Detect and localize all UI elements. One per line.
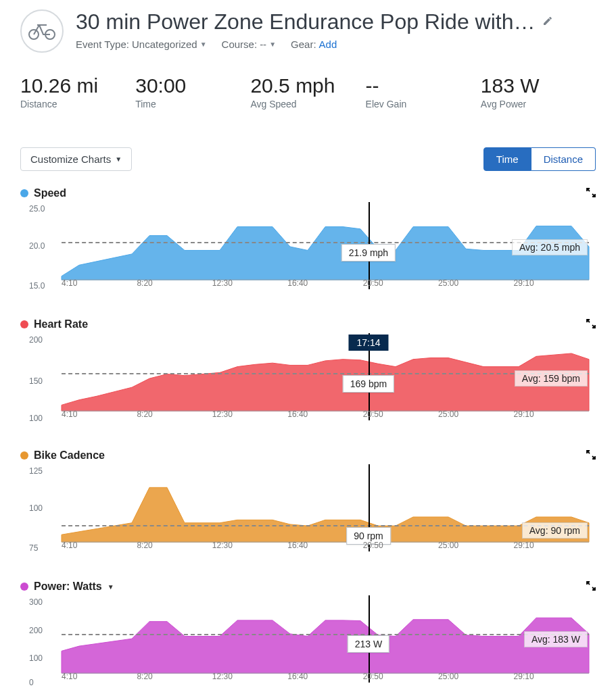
avg-badge: Avg: 159 bpm	[515, 370, 588, 387]
chart-plot[interactable]: 12510075Avg: 90 rpm90 rpm4:108:2012:3016…	[20, 464, 596, 552]
legend-dot	[20, 189, 28, 197]
chart-title-label: Heart Rate	[34, 318, 88, 330]
chart-title-label: Power: Watts	[34, 580, 102, 593]
y-axis-tick: 100	[29, 414, 43, 423]
event-type-selector[interactable]: Event Type: Uncategorized ▼	[76, 39, 207, 50]
y-axis-tick: 15.0	[29, 281, 45, 291]
y-axis-tick: 75	[29, 543, 38, 553]
y-axis-tick: 200	[29, 335, 43, 345]
edit-title-icon[interactable]	[542, 16, 553, 29]
legend-dot	[20, 451, 28, 460]
y-axis-tick: 100	[29, 503, 43, 513]
stat-avg-power: 183 W Avg Power	[481, 74, 596, 109]
y-axis-tick: 0	[29, 678, 34, 687]
y-axis-tick: 20.0	[29, 241, 45, 251]
chart-hr: Heart Rate200150100Avg: 159 bpm169 bpm17…	[20, 318, 596, 421]
chart-title-label: Bike Cadence	[34, 449, 105, 462]
gear-label: Gear:	[291, 39, 316, 50]
chart-plot[interactable]: 25.020.015.0Avg: 20.5 mph21.9 mph4:108:2…	[20, 202, 596, 290]
avg-line	[62, 242, 589, 243]
customize-charts-button[interactable]: Customize Charts ▼	[20, 147, 132, 171]
chart-plot[interactable]: 200150100Avg: 159 bpm169 bpm17:144:108:2…	[20, 333, 596, 421]
event-type-label: Event Type:	[76, 39, 129, 50]
course-value: --	[260, 39, 266, 50]
stat-elev-gain: -- Elev Gain	[366, 74, 481, 109]
avg-badge: Avg: 20.5 mph	[512, 239, 588, 255]
x-axis-toggle: Time Distance	[483, 147, 596, 171]
course-label: Course:	[222, 39, 258, 50]
event-type-value: Uncategorized	[132, 39, 197, 50]
avg-line	[62, 634, 589, 635]
summary-stats: 10.26 mi Distance 30:00 Time 20.5 mph Av…	[20, 74, 596, 109]
chart-tooltip: 213 W	[348, 635, 389, 653]
chart-power: Power: Watts▼3002001000Avg: 183 W213 W4:…	[20, 580, 596, 683]
stat-time: 30:00 Time	[135, 74, 250, 109]
chevron-down-icon: ▼	[200, 41, 207, 48]
avg-badge: Avg: 90 rpm	[522, 522, 588, 539]
course-selector[interactable]: Course: -- ▼	[222, 39, 276, 50]
avg-line	[62, 373, 589, 374]
avg-badge: Avg: 183 W	[524, 631, 588, 647]
y-axis-tick: 25.0	[29, 204, 45, 214]
stat-distance: 10.26 mi Distance	[20, 74, 135, 109]
expand-chart-icon[interactable]	[586, 188, 596, 199]
stat-avg-speed: 20.5 mph Avg Speed	[250, 74, 365, 109]
legend-dot	[20, 583, 28, 591]
expand-chart-icon[interactable]	[586, 450, 596, 462]
legend-dot	[20, 320, 28, 328]
chart-speed: Speed25.020.015.0Avg: 20.5 mph21.9 mph4:…	[20, 187, 596, 290]
expand-chart-icon[interactable]	[586, 581, 596, 593]
chevron-down-icon[interactable]: ▼	[108, 583, 114, 591]
chart-tooltip: 90 rpm	[346, 527, 391, 545]
chart-title-label: Speed	[34, 187, 66, 199]
y-axis-tick: 125	[29, 466, 43, 476]
chart-cadence: Bike Cadence12510075Avg: 90 rpm90 rpm4:1…	[20, 449, 596, 552]
y-axis-tick: 100	[29, 653, 43, 663]
gear-field: Gear: Add	[291, 39, 337, 50]
toggle-time-button[interactable]: Time	[483, 147, 531, 171]
activity-type-icon	[20, 9, 64, 53]
avg-line	[62, 525, 589, 526]
add-gear-link[interactable]: Add	[319, 39, 337, 50]
y-axis-tick: 150	[29, 376, 43, 386]
y-axis-tick: 300	[29, 597, 43, 607]
cursor-time-badge: 17:14	[348, 335, 388, 351]
chart-tooltip: 169 bpm	[343, 375, 394, 393]
chart-tooltip: 21.9 mph	[341, 244, 396, 262]
chevron-down-icon: ▼	[269, 41, 276, 48]
page-title: 30 min Power Zone Endurance Pop Ride wit…	[76, 9, 536, 34]
y-axis-tick: 200	[29, 626, 43, 635]
toggle-distance-button[interactable]: Distance	[531, 147, 596, 171]
chevron-down-icon: ▼	[115, 155, 122, 163]
expand-chart-icon[interactable]	[586, 319, 596, 330]
chart-plot[interactable]: 3002001000Avg: 183 W213 W4:108:2012:3016…	[20, 595, 596, 683]
